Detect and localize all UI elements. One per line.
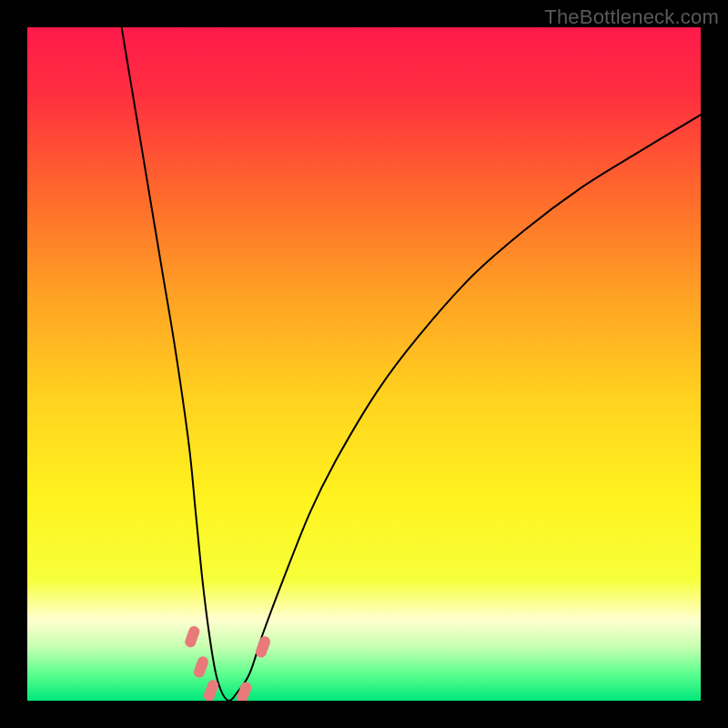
watermark-text: TheBottleneck.com: [544, 5, 719, 29]
gradient-background: [27, 27, 701, 701]
chart-frame: TheBottleneck.com: [0, 0, 728, 728]
chart-svg: [27, 27, 701, 701]
plot-area: [27, 27, 701, 701]
